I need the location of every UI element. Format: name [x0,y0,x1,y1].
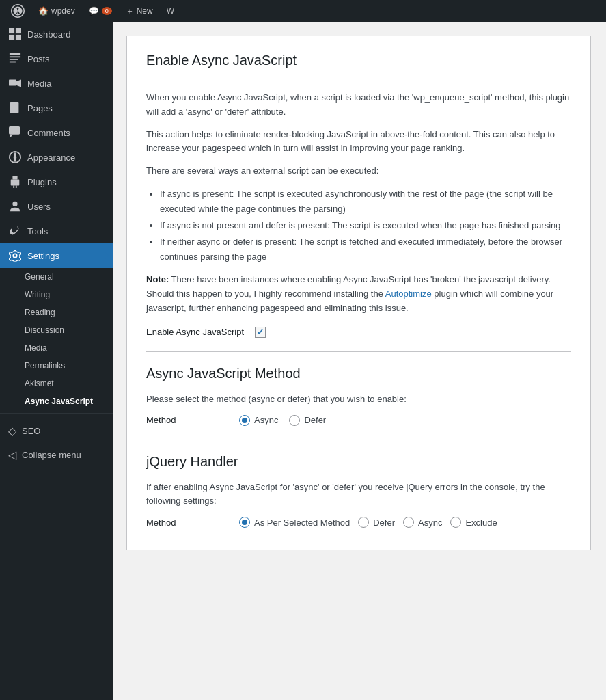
svg-rect-6 [10,59,18,60]
svg-rect-0 [9,28,14,33]
bullet-item-2: If async is not present and defer is pre… [160,218,571,233]
collapse-menu-button[interactable]: ◁ Collapse menu [0,443,113,467]
method-radio-row: Method Async Defer [146,415,571,426]
svg-rect-2 [9,35,14,40]
wp-logo-button[interactable] [5,0,30,22]
jquery-as-per-option[interactable]: As Per Selected Method [239,517,350,528]
method-radio-group: Async Defer [239,415,326,426]
settings-arrow-icon [105,252,113,260]
users-icon [8,200,22,213]
enable-section-title: Enable Async JavaScript [146,53,571,77]
comment-icon: 💬 [89,6,99,16]
sidebar-item-comments[interactable]: Comments [0,120,113,145]
enable-form-label: Enable Async JavaScript [146,327,244,337]
autoptimize-link[interactable]: Autoptimize [385,288,432,299]
settings-submenu: General Writing Reading Discussion Media… [0,268,113,410]
svg-rect-1 [16,28,21,33]
note-label: Note: [146,274,169,284]
method-section-title: Async JavaScript Method [146,366,571,381]
method-async-radio[interactable] [239,415,250,426]
sidebar-item-tools[interactable]: Tools [0,219,113,243]
woo-icon: W [167,6,174,16]
svg-marker-15 [10,135,13,138]
jquery-defer-option[interactable]: Defer [358,517,395,528]
enable-async-checkbox[interactable] [255,327,266,338]
submenu-item-writing[interactable]: Writing [0,286,113,304]
enable-description-1: When you enable Async JavaScript, when a… [146,91,571,120]
topbar: 🏠 wpdev 💬 0 ＋ New W [0,0,606,22]
comments-button[interactable]: 💬 0 [83,0,118,22]
submenu-item-discussion[interactable]: Discussion [0,321,113,339]
appearance-icon [8,150,22,164]
submenu-item-permalinks[interactable]: Permalinks [0,357,113,375]
jquery-async-option[interactable]: Async [403,517,442,528]
media-icon [8,77,22,90]
jquery-radio-row: Method As Per Selected Method Defer Asyn… [146,517,571,528]
sidebar-item-pages[interactable]: Pages [0,96,113,120]
svg-rect-18 [11,179,20,185]
sidebar-item-media[interactable]: Media [0,71,113,96]
svg-rect-20 [16,185,17,188]
settings-icon [8,249,22,262]
enable-description-3: There are several ways an external scrip… [146,164,571,178]
sidebar-item-settings[interactable]: Settings [0,243,113,268]
svg-rect-7 [10,62,16,63]
collapse-icon: ◁ [8,448,16,461]
jquery-async-radio[interactable] [403,517,414,528]
submenu-item-akismet[interactable]: Akismet [0,375,113,392]
svg-rect-12 [12,105,17,106]
svg-rect-17 [12,176,17,179]
layout: Dashboard Posts Media Pages [0,22,606,700]
method-defer-radio[interactable] [289,415,300,426]
submenu-item-media[interactable]: Media [0,339,113,357]
svg-rect-8 [9,80,16,86]
enable-section: Enable Async JavaScript When you enable … [126,36,591,550]
submenu-item-reading[interactable]: Reading [0,304,113,321]
method-defer-option[interactable]: Defer [289,415,326,426]
dashboard-icon [8,27,22,41]
note-text: Note: There have been instances where en… [146,273,571,315]
jquery-section-title: jQuery Handler [146,454,571,470]
svg-rect-4 [10,53,20,55]
submenu-item-async-javascript[interactable]: Async JavaScript [0,392,113,410]
svg-rect-5 [10,56,20,57]
sidebar-item-seo[interactable]: ◇ SEO [0,419,113,443]
sidebar-item-users[interactable]: Users [0,194,113,219]
enable-description-2: This action helps to eliminate render-bl… [146,128,571,157]
sidebar-item-plugins[interactable]: Plugins [0,170,113,194]
svg-rect-3 [16,35,21,40]
home-icon: 🏠 [38,6,49,16]
svg-rect-11 [12,104,17,105]
jquery-form-label: Method [146,517,228,528]
main-content: Enable Async JavaScript When you enable … [113,22,606,700]
svg-point-22 [13,254,16,257]
sidebar-item-dashboard[interactable]: Dashboard [0,22,113,46]
bullet-item-1: If async is present: The script is execu… [160,187,571,217]
jquery-as-per-radio[interactable] [239,517,250,528]
site-name-button[interactable]: 🏠 wpdev [33,0,81,22]
sidebar-item-appearance[interactable]: Appearance [0,145,113,170]
execution-methods-list: If async is present: The script is execu… [160,187,571,265]
method-form-label: Method [146,415,228,425]
jquery-exclude-radio[interactable] [450,517,461,528]
sidebar-item-posts[interactable]: Posts [0,46,113,71]
plus-icon: ＋ [126,5,134,17]
method-description: Please select the method (async or defer… [146,392,571,407]
pages-icon [8,101,22,115]
bullet-item-3: If neither async or defer is present: Th… [160,234,571,265]
jquery-description: If after enabling Async JavaScript for '… [146,481,571,509]
jquery-exclude-option[interactable]: Exclude [450,517,497,528]
woocommerce-button[interactable]: W [161,0,180,22]
plugins-icon [8,175,22,189]
sidebar: Dashboard Posts Media Pages [0,22,113,700]
submenu-item-general[interactable]: General [0,268,113,286]
method-async-option[interactable]: Async [239,415,278,426]
svg-rect-19 [13,185,14,188]
posts-icon [8,52,22,66]
comments-icon [8,126,22,139]
new-button[interactable]: ＋ New [120,0,159,22]
tools-icon [8,224,22,238]
svg-rect-13 [12,107,16,108]
svg-rect-14 [9,126,20,135]
jquery-defer-radio[interactable] [358,517,369,528]
